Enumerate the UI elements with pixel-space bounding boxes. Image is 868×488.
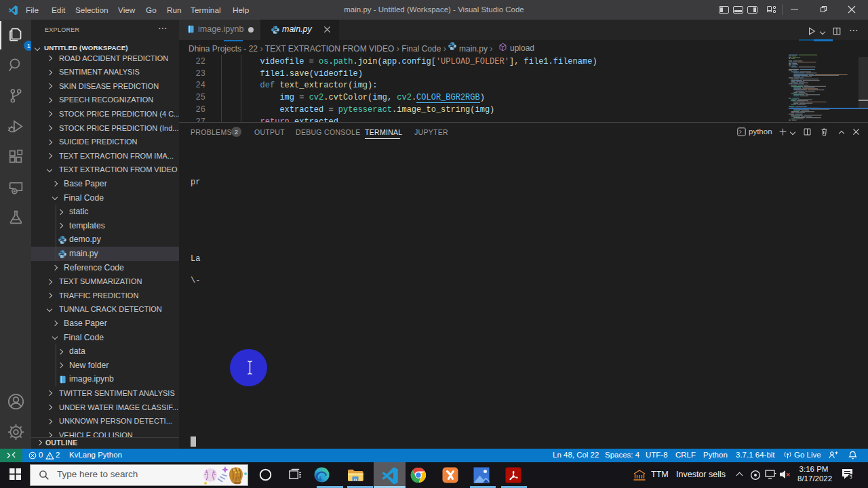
svg-text:3: 3: [849, 474, 852, 480]
